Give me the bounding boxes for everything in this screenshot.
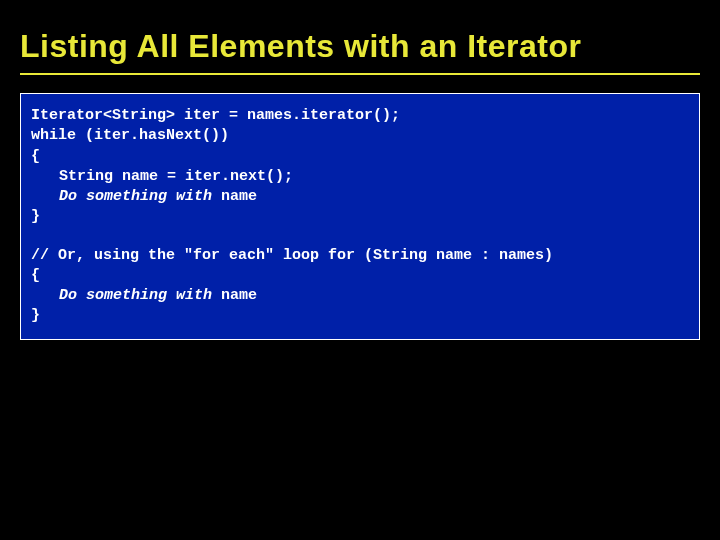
- code-line: }: [31, 306, 689, 326]
- code-line: while (iter.hasNext()): [31, 126, 689, 146]
- code-italic: Do something with: [59, 287, 212, 304]
- code-italic: Do something with: [59, 188, 212, 205]
- code-line: Do something with name: [59, 187, 689, 207]
- code-blank-line: [31, 228, 689, 246]
- code-line: Iterator<String> iter = names.iterator()…: [31, 106, 689, 126]
- code-line: }: [31, 207, 689, 227]
- code-box: Iterator<String> iter = names.iterator()…: [20, 93, 700, 340]
- code-line: String name = iter.next();: [59, 167, 689, 187]
- slide-title: Listing All Elements with an Iterator: [20, 28, 700, 75]
- code-line: {: [31, 147, 689, 167]
- code-line: // Or, using the "for each" loop for (St…: [31, 246, 689, 266]
- slide-container: Listing All Elements with an Iterator It…: [0, 0, 720, 540]
- code-line: Do something with name: [59, 286, 689, 306]
- code-text: name: [212, 287, 257, 304]
- code-text: name: [212, 188, 257, 205]
- code-line: {: [31, 266, 689, 286]
